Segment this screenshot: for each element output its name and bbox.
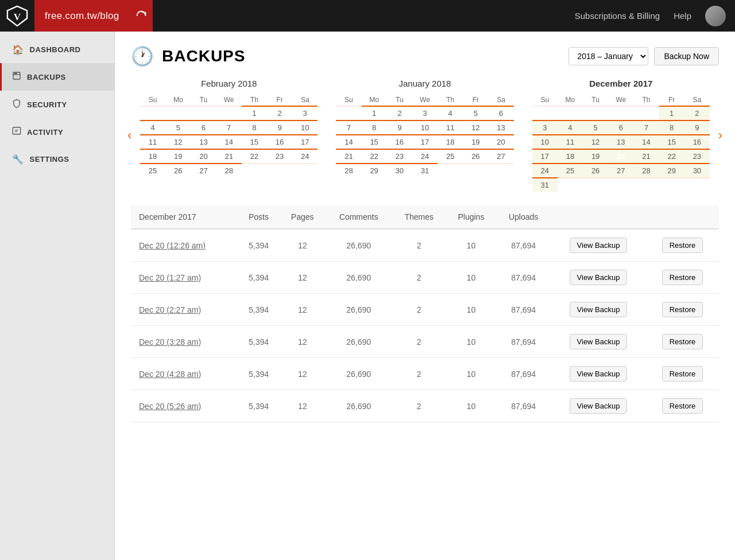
restore-button[interactable]: Restore (662, 366, 703, 382)
calendar-next-button[interactable]: › (714, 123, 727, 147)
view-backup-button[interactable]: View Backup (570, 238, 628, 253)
calendar-day[interactable]: 8 (659, 120, 684, 135)
calendar-day[interactable]: 27 (608, 164, 633, 178)
avatar[interactable] (705, 6, 726, 26)
calendar-day[interactable]: 17 (532, 149, 558, 164)
calendar-day[interactable]: 5 (463, 106, 488, 120)
calendar-day[interactable]: 22 (362, 149, 387, 164)
calendar-day[interactable]: 4 (438, 106, 463, 120)
calendar-day[interactable]: 25 (140, 164, 165, 177)
calendar-day[interactable]: 6 (608, 120, 633, 135)
calendar-day[interactable]: 7 (336, 120, 361, 135)
calendar-day[interactable]: 15 (242, 135, 267, 149)
calendar-day[interactable]: 31 (412, 164, 438, 177)
logo[interactable]: V (0, 0, 34, 32)
calendar-day[interactable]: 11 (140, 135, 165, 149)
help-link[interactable]: Help (674, 11, 691, 21)
calendar-day[interactable]: 26 (165, 164, 191, 177)
calendar-day[interactable]: 25 (438, 149, 463, 164)
calendar-day[interactable]: 20 (191, 149, 216, 164)
calendar-day[interactable]: 22 (659, 149, 684, 164)
calendar-day[interactable]: 14 (336, 135, 361, 149)
backup-date-link[interactable]: Dec 20 (1:27 am) (139, 273, 201, 282)
sidebar-item-settings[interactable]: 🔧 Settings (0, 146, 114, 173)
calendar-day[interactable]: 30 (684, 164, 710, 178)
restore-button[interactable]: Restore (662, 398, 703, 414)
calendar-day[interactable]: 7 (216, 120, 242, 135)
calendar-day[interactable]: 17 (412, 135, 438, 149)
calendar-day[interactable]: 9 (684, 120, 710, 135)
calendar-day[interactable]: 14 (216, 135, 242, 149)
restore-button[interactable]: Restore (662, 238, 703, 253)
calendar-day[interactable]: 15 (659, 135, 684, 149)
view-backup-button[interactable]: View Backup (570, 398, 628, 414)
calendar-day[interactable]: 13 (488, 120, 513, 135)
calendar-day[interactable]: 24 (412, 149, 438, 164)
calendar-day[interactable]: 16 (267, 135, 292, 149)
calendar-day[interactable]: 8 (242, 120, 267, 135)
calendar-day[interactable]: 7 (633, 120, 659, 135)
header-url[interactable]: free.com.tw/blog (34, 0, 130, 32)
calendar-day[interactable]: 23 (387, 149, 412, 164)
calendar-day[interactable]: 30 (387, 164, 412, 177)
backup-date-link[interactable]: Dec 20 (3:28 am) (139, 337, 201, 347)
calendar-day[interactable]: 2 (267, 106, 292, 120)
restore-button[interactable]: Restore (662, 334, 703, 349)
view-backup-button[interactable]: View Backup (570, 366, 628, 382)
calendar-day[interactable]: 12 (583, 135, 608, 149)
subscriptions-billing-link[interactable]: Subscriptions & Billing (575, 11, 660, 21)
calendar-day[interactable]: 12 (165, 135, 191, 149)
calendar-day[interactable]: 12 (463, 120, 488, 135)
calendar-day[interactable]: 28 (216, 164, 242, 177)
view-backup-button[interactable]: View Backup (570, 270, 628, 285)
calendar-day[interactable]: 26 (463, 149, 488, 164)
calendar-day[interactable]: 29 (659, 164, 684, 178)
calendar-day[interactable]: 4 (558, 120, 583, 135)
sidebar-item-dashboard[interactable]: 🏠 Dashboard (0, 36, 114, 63)
calendar-day[interactable]: 14 (633, 135, 659, 149)
calendar-day[interactable]: 21 (633, 149, 659, 164)
calendar-day[interactable]: 21 (336, 149, 361, 164)
calendar-day[interactable]: 20 (488, 135, 513, 149)
restore-button[interactable]: Restore (662, 302, 703, 317)
view-backup-button[interactable]: View Backup (570, 302, 628, 317)
backup-date-link[interactable]: Dec 20 (2:27 am) (139, 305, 201, 314)
calendar-day[interactable]: 15 (362, 135, 387, 149)
calendar-day[interactable]: 19 (583, 149, 608, 164)
calendar-day[interactable]: 2 (684, 106, 710, 120)
calendar-day[interactable]: 23 (267, 149, 292, 164)
calendar-day[interactable]: 28 (633, 164, 659, 178)
calendar-day[interactable]: 27 (191, 164, 216, 177)
calendar-day[interactable]: 3 (412, 106, 438, 120)
calendar-day[interactable]: 4 (140, 120, 165, 135)
backup-date-link[interactable]: Dec 20 (12:26 am) (139, 241, 206, 250)
calendar-day[interactable]: 18 (140, 149, 165, 164)
calendar-day[interactable]: 16 (387, 135, 412, 149)
calendar-day[interactable]: 29 (362, 164, 387, 177)
calendar-day[interactable]: 8 (362, 120, 387, 135)
calendar-day[interactable]: 25 (558, 164, 583, 178)
calendar-day[interactable]: 9 (387, 120, 412, 135)
calendar-day[interactable]: 23 (684, 149, 710, 164)
backup-now-button[interactable]: Backup Now (654, 47, 719, 65)
calendar-day[interactable]: 17 (292, 135, 318, 149)
calendar-day[interactable]: 6 (488, 106, 513, 120)
restore-button[interactable]: Restore (662, 270, 703, 285)
backup-date-link[interactable]: Dec 20 (4:28 am) (139, 370, 201, 379)
calendar-day[interactable]: 18 (558, 149, 583, 164)
calendar-day[interactable]: 27 (488, 149, 513, 164)
calendar-day[interactable]: 18 (438, 135, 463, 149)
view-backup-button[interactable]: View Backup (570, 334, 628, 349)
calendar-day[interactable]: 1 (362, 106, 387, 120)
calendar-day[interactable]: 22 (242, 149, 267, 164)
calendar-day[interactable]: 19 (463, 135, 488, 149)
calendar-day[interactable]: 21 (216, 149, 242, 164)
sidebar-item-backups[interactable]: Backups (0, 63, 114, 91)
calendar-day[interactable]: 10 (292, 120, 318, 135)
calendar-day[interactable]: 13 (608, 135, 633, 149)
calendar-day[interactable]: 24 (532, 164, 558, 178)
calendar-day[interactable]: 20 (608, 149, 633, 164)
calendar-day[interactable]: 28 (336, 164, 361, 177)
calendar-day[interactable]: 5 (583, 120, 608, 135)
calendar-day[interactable]: 3 (532, 120, 558, 135)
